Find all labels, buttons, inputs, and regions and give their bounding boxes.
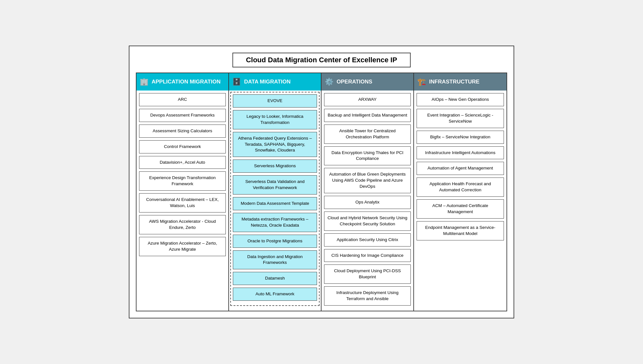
column-data-migration: 🗄️DATA MIGRATIONEVOVELegacy to Looker, I… xyxy=(229,73,322,311)
item-infrastructure-6: ACM – Automated Certificate Management xyxy=(417,199,504,219)
item-operations-9: Cloud Deployment Using PCI-DSS Blueprint xyxy=(324,264,411,284)
item-infrastructure-7: Endpoint Management as a Service-Multite… xyxy=(417,221,504,240)
item-app-migration-0: ARC xyxy=(139,93,226,106)
item-operations-10: Infrastructure Deployment Using Terrafor… xyxy=(324,286,411,306)
column-header-operations: ⚙️OPERATIONS xyxy=(322,73,413,91)
item-app-migration-2: Assessment Sizing Calculators xyxy=(139,125,226,138)
item-data-migration-1: Legacy to Looker, Informatica Transforma… xyxy=(233,110,317,129)
item-data-migration-5: Modern Data Assessment Template xyxy=(233,197,317,210)
item-data-migration-10: Auto ML Framework xyxy=(233,288,317,301)
item-app-migration-4: Datavision+, Accel Auto xyxy=(139,156,226,169)
item-operations-1: Backup and Intelligent Data Management xyxy=(324,109,411,122)
item-operations-5: Ops Analytix xyxy=(324,196,411,209)
column-header-data-migration: 🗄️DATA MIGRATION xyxy=(229,73,321,91)
column-infrastructure: 🏗️INFRASTRUCTUREAIOps – New Gen Operatio… xyxy=(414,73,506,311)
item-data-migration-4: Serverless Data Validation and Verificat… xyxy=(233,175,317,195)
item-app-migration-7: AWS Migration Accelerator - Cloud Endure… xyxy=(139,215,226,234)
column-header-infrastructure: 🏗️INFRASTRUCTURE xyxy=(414,73,506,91)
item-operations-3: Data Encryption Using Thales for PCI Com… xyxy=(324,146,411,166)
column-app-migration: 🏢APPLICATION MIGRATIONARCDevops Assessme… xyxy=(137,73,229,311)
item-data-migration-7: Oracle to Postgre Migrations xyxy=(233,235,317,248)
item-app-migration-1: Devops Assessment Frameworks xyxy=(139,109,226,122)
item-data-migration-6: Metadata extraction Frameworks – Netezza… xyxy=(233,213,317,232)
item-operations-8: CIS Hardening for Image Compliance xyxy=(324,249,411,262)
column-body-data-migration: EVOVELegacy to Looker, Informatica Trans… xyxy=(230,92,320,306)
column-icon-infrastructure: 🏗️ xyxy=(417,78,426,86)
item-operations-0: ARXWAY xyxy=(324,93,411,106)
column-body-infrastructure: AIOps – New Gen OperationsEvent Integrat… xyxy=(414,91,506,246)
item-app-migration-8: Azure Migration Accelerator – Zerto, Azu… xyxy=(139,237,226,256)
column-body-app-migration: ARCDevops Assessment FrameworksAssessmen… xyxy=(137,91,228,261)
column-header-label-app-migration: APPLICATION MIGRATION xyxy=(152,79,221,85)
item-infrastructure-5: Application Health Forecast and Automate… xyxy=(417,178,504,197)
columns-grid: 🏢APPLICATION MIGRATIONARCDevops Assessme… xyxy=(136,73,507,311)
item-data-migration-9: Datamesh xyxy=(233,272,317,285)
item-data-migration-2: Athena Federated Query Extensions – Tera… xyxy=(233,132,317,157)
item-infrastructure-4: Automation of Agent Management xyxy=(417,162,504,175)
item-infrastructure-0: AIOps – New Gen Operations xyxy=(417,93,504,106)
column-header-label-operations: OPERATIONS xyxy=(337,79,372,85)
item-operations-6: Cloud and Hybrid Network Security Using … xyxy=(324,212,411,231)
item-infrastructure-1: Event Integration – ScienceLogic - Servi… xyxy=(417,109,504,128)
item-data-migration-8: Data Ingestion and Migration Frameworks xyxy=(233,250,317,270)
item-operations-4: Automation of Blue Green Deployments Usi… xyxy=(324,168,411,193)
item-app-migration-6: Conversational AI Enablement – LEX, Wats… xyxy=(139,193,226,212)
main-title: Cloud Data Migration Center of Excellenc… xyxy=(233,53,411,67)
item-data-migration-3: Serverless Migrations xyxy=(233,160,317,173)
column-icon-operations: ⚙️ xyxy=(325,78,333,86)
item-app-migration-3: Control Framework xyxy=(139,140,226,153)
item-app-migration-5: Experience Design Transformation Framewo… xyxy=(139,171,226,191)
column-header-app-migration: 🏢APPLICATION MIGRATION xyxy=(137,73,228,91)
column-header-label-infrastructure: INFRASTRUCTURE xyxy=(429,79,480,85)
column-icon-data-migration: 🗄️ xyxy=(232,78,241,86)
column-operations: ⚙️OPERATIONSARXWAYBackup and Intelligent… xyxy=(322,73,414,311)
item-infrastructure-2: Bigfix – ServiceNow Integration xyxy=(417,131,504,144)
outer-container: Cloud Data Migration Center of Excellenc… xyxy=(129,46,514,318)
column-body-operations: ARXWAYBackup and Intelligent Data Manage… xyxy=(322,91,413,311)
item-data-migration-0: EVOVE xyxy=(233,94,317,108)
column-header-label-data-migration: DATA MIGRATION xyxy=(244,79,291,85)
column-icon-app-migration: 🏢 xyxy=(140,78,148,86)
item-operations-7: Application Security Using Citrix xyxy=(324,233,411,247)
item-infrastructure-3: Infrastructure Intelligent Automations xyxy=(417,146,504,160)
item-operations-2: Ansible Tower for Centralized Orchestrat… xyxy=(324,125,411,144)
